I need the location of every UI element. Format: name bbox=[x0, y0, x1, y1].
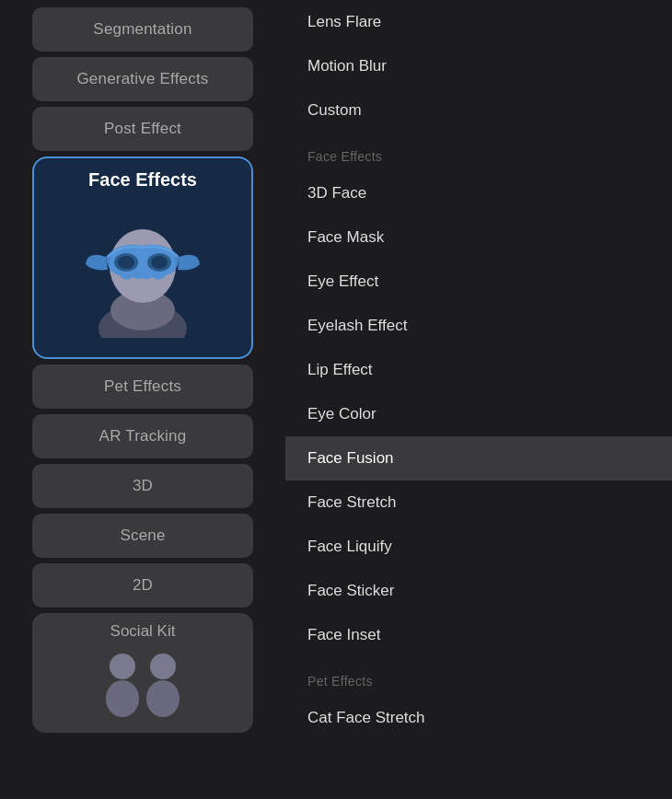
svg-point-7 bbox=[151, 256, 168, 269]
svg-point-10 bbox=[150, 654, 176, 679]
face-effects-title: Face Effects bbox=[88, 169, 197, 191]
menu-item-lip-effect[interactable]: Lip Effect bbox=[285, 348, 672, 392]
sidebar-item-label: Scene bbox=[120, 527, 165, 545]
sidebar-item-3d[interactable]: 3D bbox=[32, 464, 253, 508]
section-header-pet-effects: Pet Effects bbox=[285, 657, 672, 696]
menu-item-face-mask[interactable]: Face Mask bbox=[285, 215, 672, 260]
sidebar-item-social-kit[interactable]: Social Kit bbox=[32, 613, 253, 733]
menu-item-face-fusion[interactable]: Face Fusion bbox=[285, 436, 672, 481]
menu-item-face-sticker[interactable]: Face Sticker bbox=[285, 569, 672, 613]
sidebar-item-label: Pet Effects bbox=[104, 377, 181, 396]
sidebar-item-face-effects[interactable]: Face Effects bbox=[32, 156, 253, 359]
menu-item-eyelash-effect[interactable]: Eyelash Effect bbox=[285, 304, 672, 348]
social-kit-illustration bbox=[78, 648, 207, 722]
social-kit-title: Social Kit bbox=[110, 622, 176, 641]
svg-point-9 bbox=[106, 680, 139, 717]
sidebar-item-label: Segmentation bbox=[93, 20, 191, 39]
menu-item-eye-color[interactable]: Eye Color bbox=[285, 392, 672, 436]
menu-item-face-inset[interactable]: Face Inset bbox=[285, 613, 672, 657]
sidebar-item-post-effect[interactable]: Post Effect bbox=[32, 107, 253, 151]
menu-item-3d-face[interactable]: 3D Face bbox=[285, 171, 672, 215]
sidebar-item-label: Generative Effects bbox=[76, 70, 208, 88]
svg-point-5 bbox=[118, 256, 134, 269]
sidebar-item-ar-tracking[interactable]: AR Tracking bbox=[32, 414, 253, 458]
menu-item-cat-face-stretch[interactable]: Cat Face Stretch bbox=[285, 696, 672, 740]
svg-point-8 bbox=[110, 654, 135, 679]
sidebar-item-generative-effects[interactable]: Generative Effects bbox=[32, 57, 253, 101]
sidebar-item-label: AR Tracking bbox=[99, 427, 187, 446]
menu-item-face-stretch[interactable]: Face Stretch bbox=[285, 481, 672, 525]
sidebar-item-scene[interactable]: Scene bbox=[32, 514, 253, 558]
menu-item-lens-flare[interactable]: Lens Flare bbox=[285, 0, 672, 44]
sidebar-item-pet-effects[interactable]: Pet Effects bbox=[32, 365, 253, 409]
right-panel: Lens Flare Motion Blur Custom Face Effec… bbox=[285, 0, 672, 799]
sidebar-item-label: 2D bbox=[133, 576, 153, 595]
sidebar-item-label: Post Effect bbox=[104, 120, 181, 138]
sidebar-item-segmentation[interactable]: Segmentation bbox=[32, 7, 253, 52]
sidebar-item-2d[interactable]: 2D bbox=[32, 563, 253, 608]
sidebar-item-label: 3D bbox=[133, 477, 153, 495]
menu-item-eye-effect[interactable]: Eye Effect bbox=[285, 260, 672, 304]
menu-item-custom[interactable]: Custom bbox=[285, 88, 672, 133]
sidebar: Segmentation Generative Effects Post Eff… bbox=[0, 0, 285, 799]
menu-item-motion-blur[interactable]: Motion Blur bbox=[285, 44, 672, 88]
menu-item-face-liquify[interactable]: Face Liquify bbox=[285, 525, 672, 569]
section-header-face-effects: Face Effects bbox=[285, 133, 672, 171]
face-effects-illustration bbox=[69, 200, 216, 338]
svg-point-11 bbox=[146, 680, 180, 717]
